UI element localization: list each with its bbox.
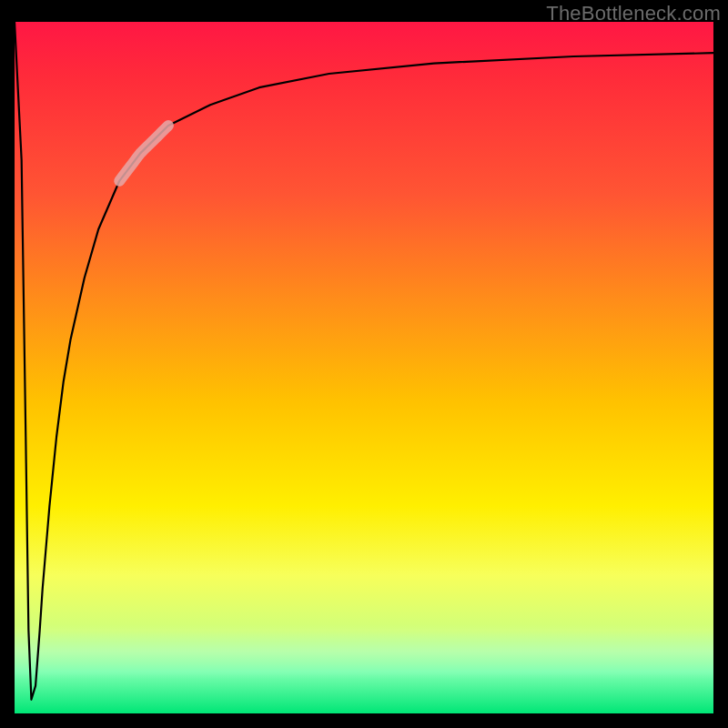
- bottleneck-curve: [15, 22, 713, 713]
- chart-frame: TheBottleneck.com: [0, 0, 728, 728]
- plot-area: [15, 22, 713, 713]
